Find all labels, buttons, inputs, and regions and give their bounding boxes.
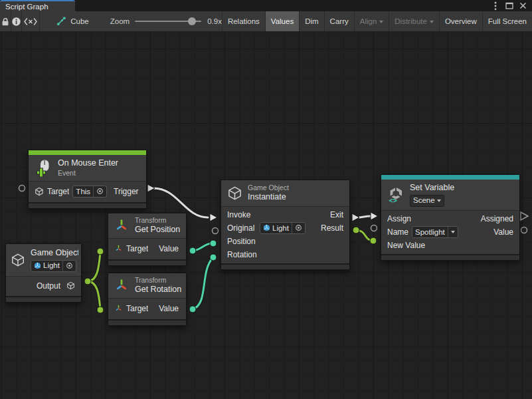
code-brackets-icon: [23, 17, 38, 26]
toolbar-buttons: Relations Values Dim Carry Align Distrib…: [222, 11, 532, 31]
distribute-button[interactable]: Distribute: [389, 11, 439, 31]
port-set-variable-assigned[interactable]: [521, 212, 528, 220]
node-title: Get Rotation: [135, 285, 184, 295]
node-instantiate[interactable]: Game Object Instantiate Invoke Exit Orig…: [221, 180, 350, 270]
value-port-label: Value: [159, 304, 180, 313]
transform-icon: [114, 277, 130, 293]
port-instantiate-position[interactable]: [210, 240, 217, 247]
new-value-port-label: New Value: [387, 241, 425, 250]
chevron-down-icon[interactable]: [448, 227, 458, 237]
game-object-blue-icon: [34, 262, 41, 269]
code-view-button[interactable]: [22, 11, 40, 31]
chevron-down-icon: [379, 21, 383, 23]
port-get-position-value[interactable]: [189, 247, 196, 254]
port-on-mouse-enter-trigger[interactable]: [147, 184, 155, 192]
rotation-port-label: Rotation: [227, 250, 258, 259]
event-accent-bar: [29, 150, 146, 155]
port-get-rotation-value[interactable]: [189, 306, 196, 313]
zoom-label: Zoom: [110, 17, 130, 25]
svg-text:<>: <>: [389, 196, 398, 203]
object-picker-icon[interactable]: [93, 186, 106, 197]
wire-output-to-get-position-target: [88, 253, 100, 281]
exit-port-label: Exit: [330, 210, 343, 219]
value-port-label: Value: [159, 244, 180, 253]
port-instantiate-invoke[interactable]: [210, 213, 217, 221]
tab-script-graph[interactable]: Script Graph: [0, 0, 75, 11]
inspect-button[interactable]: [11, 11, 22, 31]
variable-name-dropdown[interactable]: Spotlight: [412, 226, 458, 238]
original-value-chip[interactable]: Light: [260, 222, 306, 234]
kebab-menu-icon[interactable]: [490, 1, 500, 10]
graph-canvas[interactable]: On Mouse Enter Event Target This: [0, 31, 532, 399]
node-subtitle: Event: [58, 169, 118, 178]
result-port-label: Result: [321, 223, 343, 233]
align-button[interactable]: Align: [354, 11, 389, 31]
lock-button[interactable]: [0, 11, 11, 31]
node-title: Get Position: [135, 225, 184, 235]
assign-port-label: Assign: [387, 214, 412, 223]
position-port-label: Position: [227, 237, 258, 246]
wire-get-rotation-value-to-rotation: [193, 258, 213, 309]
trigger-port-label: Trigger: [114, 187, 140, 196]
port-get-position-target[interactable]: [97, 248, 104, 255]
node-title: Set Variable: [410, 183, 454, 194]
zoom-value: 0.9x: [207, 17, 222, 25]
window-controls: [490, 0, 532, 11]
target-port-label: Target: [126, 304, 148, 313]
maximize-icon[interactable]: [504, 1, 514, 10]
target-port-label: Target: [126, 244, 148, 253]
object-picker-icon[interactable]: [292, 223, 305, 233]
game-object-cube-icon: [11, 253, 25, 267]
port-instantiate-rotation[interactable]: [210, 254, 217, 261]
transform-icon: [114, 304, 123, 313]
port-set-variable-value[interactable]: [521, 227, 527, 233]
node-game-object[interactable]: Game Object Light: [5, 243, 82, 303]
game-object-value-chip[interactable]: Light: [31, 260, 76, 272]
port-set-variable-new-value[interactable]: [370, 237, 377, 244]
node-category: Transform: [135, 276, 181, 285]
object-picker-icon[interactable]: [62, 261, 76, 271]
node-get-rotation[interactable]: Transform Get Rotation Target Value: [108, 273, 187, 326]
port-on-mouse-enter-target[interactable]: [19, 186, 25, 192]
node-set-variable[interactable]: <> Set Variable Scene Assign Assigned Na…: [381, 174, 520, 261]
carry-button[interactable]: Carry: [324, 11, 354, 31]
close-icon[interactable]: [518, 1, 528, 10]
variable-scope-dropdown[interactable]: Scene: [410, 195, 444, 207]
mouse-plus-icon: [35, 159, 52, 177]
variable-accent-bar: [381, 175, 519, 180]
graph-toolbar: Cube Zoom 0.9x Relations Values Dim Carr…: [0, 11, 532, 32]
port-instantiate-result[interactable]: [353, 227, 359, 233]
node-title: On Mouse Enter: [58, 158, 118, 169]
values-button[interactable]: Values: [265, 11, 299, 31]
node-category: Transform: [135, 216, 181, 225]
port-get-rotation-target[interactable]: [97, 307, 104, 313]
invoke-port-label: Invoke: [227, 210, 255, 219]
overview-button[interactable]: Overview: [439, 11, 482, 31]
port-game-object-output[interactable]: [84, 278, 91, 285]
node-get-position[interactable]: Transform Get Position Target Value: [108, 213, 187, 266]
zoom-slider-handle[interactable]: [188, 17, 196, 25]
zoom-slider-track[interactable]: [135, 17, 201, 26]
node-footer: [221, 265, 349, 269]
dim-button[interactable]: Dim: [299, 11, 323, 31]
node-category: Game Object: [248, 184, 290, 192]
node-on-mouse-enter[interactable]: On Mouse Enter Event Target This: [28, 150, 147, 209]
node-title: Instantiate: [248, 192, 290, 203]
port-instantiate-original[interactable]: [213, 228, 219, 234]
zoom-control: Zoom 0.9x: [110, 11, 222, 31]
relations-button[interactable]: Relations: [222, 11, 265, 31]
transform-icon: [114, 217, 130, 233]
game-object-cube-icon: [35, 187, 44, 196]
fullscreen-button[interactable]: Full Screen: [482, 11, 532, 31]
breadcrumb-graph-name: Cube: [70, 17, 89, 25]
unity-variables-icon: <>: [387, 186, 404, 203]
target-value-chip[interactable]: This: [72, 186, 107, 198]
wire-exit-to-assign: [359, 216, 371, 217]
port-set-variable-name[interactable]: [371, 225, 377, 231]
breadcrumb[interactable]: Cube: [40, 11, 89, 31]
port-instantiate-exit[interactable]: [352, 213, 359, 221]
value-port-label: Value: [493, 227, 513, 237]
port-set-variable-assign[interactable]: [371, 212, 378, 220]
node-footer: [6, 297, 81, 302]
node-footer: [381, 255, 519, 260]
